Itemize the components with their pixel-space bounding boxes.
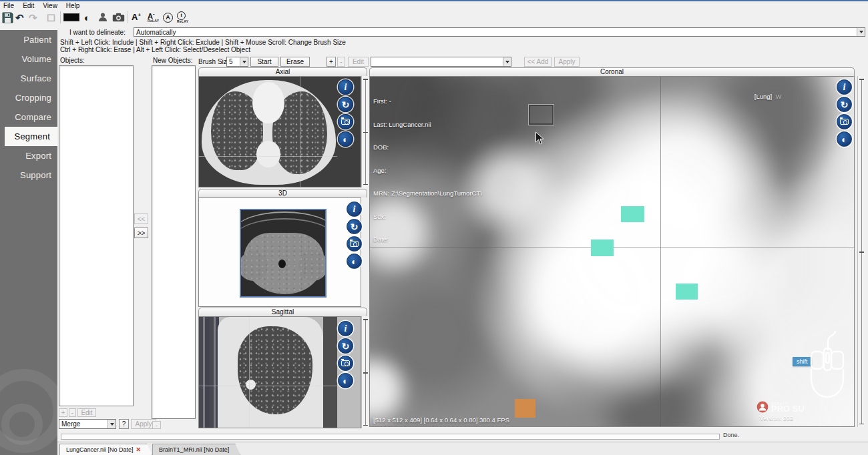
reset-rotation-icon[interactable]: ↻ — [837, 97, 852, 112]
segmentation-mark-teal — [621, 206, 644, 222]
sagittal-slice-slider[interactable] — [361, 316, 369, 428]
threed-render — [240, 209, 327, 298]
start-button[interactable]: Start — [250, 57, 278, 67]
instructions-line2: Ctrl + Right Click: Erase | Alt + Left C… — [60, 46, 250, 53]
version-text: Version: 202 — [760, 415, 793, 422]
new-objects-remove-button[interactable]: - — [152, 421, 161, 429]
objects-list[interactable] — [59, 65, 134, 406]
snapshot-camera-icon[interactable] — [347, 236, 362, 252]
sidebar-item-support[interactable]: Support — [0, 165, 57, 185]
info-icon[interactable]: i — [338, 79, 353, 95]
contrast-icon[interactable]: ◐ — [837, 131, 852, 147]
brush-size-dropdown[interactable]: 5 — [226, 57, 248, 67]
coronal-view[interactable]: First: - Last: LungCancer.nii DOB: Age: … — [369, 76, 855, 427]
sidebar-item-surface[interactable]: Surface — [0, 69, 57, 88]
erase-button[interactable]: Erase — [280, 57, 310, 67]
tab-close-icon[interactable]: ✕ — [136, 446, 142, 453]
transfer-left-button[interactable]: << — [134, 213, 148, 224]
snapshot-camera-icon[interactable] — [338, 114, 353, 129]
delineate-label: I want to delineate: — [69, 29, 126, 36]
info-icon[interactable]: i — [837, 79, 852, 95]
mouse-device-icon — [805, 328, 849, 400]
snapshot-camera-icon[interactable] — [837, 114, 852, 129]
merge-mode-dropdown[interactable]: Merge — [59, 419, 116, 429]
menu-help[interactable]: Help — [66, 2, 80, 9]
toolbar-separator — [60, 11, 61, 23]
menu-edit[interactable]: Edit — [23, 2, 34, 9]
relay-info-icon[interactable]: i ReLAY — [177, 9, 186, 22]
black-color-swatch[interactable] — [63, 11, 79, 24]
help-button[interactable]: ? — [119, 419, 129, 429]
edit-object-button[interactable]: Edit — [348, 57, 369, 67]
toolbar-separator — [128, 11, 128, 23]
snapshot-camera-icon[interactable] — [338, 356, 353, 371]
brand-big-text: PRO SU — [771, 406, 805, 412]
sidebar-nav: Patient Volume Surface Cropping Compare … — [0, 30, 57, 455]
font-decrease-relay-icon[interactable]: A- ReLAY — [148, 9, 155, 22]
annotation-circle-a-icon[interactable]: A — [163, 11, 173, 24]
sidebar-item-segment[interactable]: Segment — [5, 127, 57, 146]
menu-file[interactable]: File — [3, 2, 14, 9]
window-level-contrast-icon[interactable]: ◐ — [84, 11, 90, 24]
redo-icon[interactable]: ↷ — [29, 11, 37, 24]
axial-slice-slider[interactable] — [361, 76, 369, 187]
info-icon[interactable]: i — [347, 201, 362, 217]
reset-rotation-icon[interactable]: ↻ — [338, 338, 353, 354]
threed-view[interactable] — [198, 197, 361, 307]
segmentation-mark-teal — [676, 284, 698, 300]
objects-add-button[interactable]: + — [59, 408, 67, 417]
tab-braint1-mri[interactable]: BrainT1_MRI.nii [No Date] — [152, 444, 240, 455]
menu-view[interactable]: View — [43, 2, 57, 9]
objects-edit-button[interactable]: Edit — [77, 408, 96, 417]
sidebar-item-export[interactable]: Export — [0, 146, 57, 165]
patient-info-overlay: First: - Last: LungCancer.nii DOB: Age: … — [373, 82, 482, 259]
progress-bar — [61, 434, 720, 440]
axial-ct-image — [199, 77, 361, 187]
contrast-icon[interactable]: ◐ — [338, 131, 353, 147]
sagittal-view[interactable] — [198, 316, 361, 428]
strato-logo-icon — [756, 401, 769, 413]
new-objects-list[interactable] — [152, 65, 196, 419]
add-to-list-button[interactable]: << Add — [524, 57, 552, 67]
patient-icon[interactable] — [97, 11, 108, 24]
sidebar-item-patient[interactable]: Patient — [0, 30, 57, 49]
save-icon[interactable] — [2, 11, 13, 24]
new-objects-label: New Objects: — [153, 57, 192, 64]
objects-remove-button[interactable]: - — [69, 408, 76, 417]
axial-crosshair-vertical — [300, 77, 300, 187]
coronal-view-controls: i ↻ ◐ — [837, 79, 852, 147]
axial-view[interactable] — [198, 76, 361, 187]
screenshot-icon[interactable] — [112, 11, 125, 24]
delineate-value: Automatically — [136, 29, 857, 36]
axial-crosshair-horizontal — [199, 156, 337, 157]
add-object-button[interactable]: + — [327, 57, 336, 67]
threed-view-controls: i ↻ ◐ — [347, 201, 362, 269]
object-select-dropdown[interactable] — [371, 57, 511, 67]
objects-label: Objects: — [60, 57, 85, 64]
segmentation-mark-orange — [515, 399, 535, 418]
reset-rotation-icon[interactable]: ↻ — [347, 219, 362, 234]
volume-dims-overlay: [512 x 512 x 409] [0.64 x 0.64 x 0.80] 3… — [373, 416, 509, 424]
sagittal-view-controls: i ↻ ◐ — [338, 321, 353, 388]
delineate-dropdown[interactable]: Automatically — [134, 27, 865, 37]
apply-button[interactable]: Apply — [554, 57, 580, 67]
coronal-crosshair-vertical — [660, 77, 661, 427]
status-text: Done. — [723, 432, 739, 438]
decorative-ring — [1, 404, 43, 445]
font-increase-icon[interactable]: A+ — [132, 11, 141, 24]
info-icon[interactable]: i — [338, 321, 353, 336]
sidebar-item-cropping[interactable]: Cropping — [0, 88, 57, 107]
tab-lungcancer[interactable]: LungCancer.nii [No Date] ✕ — [59, 444, 152, 455]
transfer-right-button[interactable]: >> — [134, 228, 148, 238]
sidebar-item-compare[interactable]: Compare — [0, 107, 57, 127]
reset-rotation-icon[interactable]: ↻ — [338, 97, 353, 112]
sidebar-item-volume[interactable]: Volume — [0, 49, 57, 69]
volume-cube-icon[interactable]: ◻ — [47, 11, 55, 24]
contrast-icon[interactable]: ◐ — [338, 373, 353, 388]
remove-object-button[interactable]: - — [337, 57, 345, 67]
coronal-slice-slider[interactable] — [857, 76, 865, 427]
contrast-icon[interactable]: ◐ — [347, 254, 362, 269]
open-files-tab-bar: LungCancer.nii [No Date] ✕ BrainT1_MRI.n… — [57, 442, 868, 455]
menu-bar: File Edit View Help — [0, 1, 868, 9]
undo-icon[interactable]: ↶ — [15, 11, 24, 24]
